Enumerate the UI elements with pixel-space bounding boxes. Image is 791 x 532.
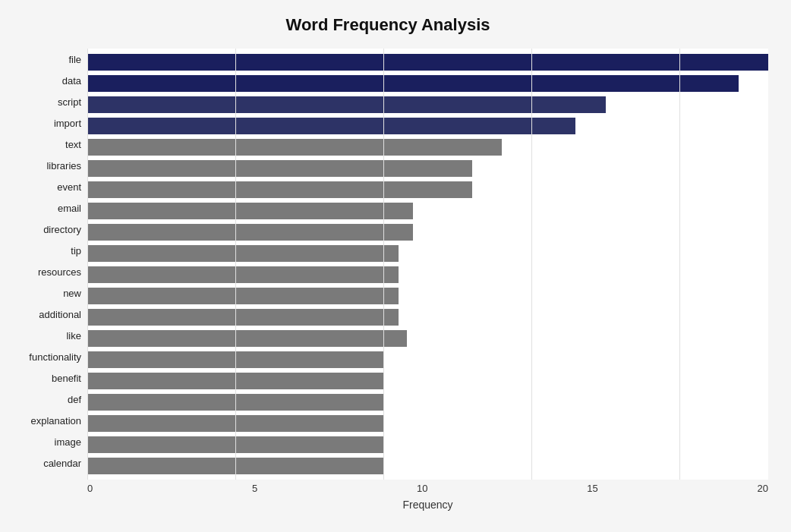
x-tick: 5: [252, 483, 257, 494]
bar-row: [87, 328, 768, 349]
y-label: file: [68, 49, 81, 70]
bar-row: [87, 222, 768, 243]
y-label: email: [58, 197, 81, 219]
bar-row: [87, 413, 768, 434]
bar-row: [87, 94, 768, 115]
x-tick: 20: [758, 483, 768, 494]
bar: [87, 75, 739, 92]
bars-and-x: 05101520 Frequency: [87, 49, 768, 474]
y-label: resources: [38, 261, 81, 282]
y-label: explanation: [31, 411, 82, 432]
bar-row: [87, 370, 768, 392]
bar-row: [87, 200, 768, 222]
bar-row: [87, 179, 768, 200]
bar-row: [87, 455, 768, 477]
x-tick: 0: [87, 483, 93, 494]
y-label: new: [63, 283, 81, 304]
y-label: like: [66, 326, 81, 347]
y-label: functionality: [29, 347, 81, 368]
bar-row: [87, 52, 768, 73]
y-label: image: [55, 432, 81, 453]
y-label: tip: [71, 240, 81, 261]
bar-row: [87, 307, 768, 328]
bar: [87, 330, 407, 347]
bar: [87, 458, 383, 474]
bar: [87, 373, 383, 389]
y-label: event: [57, 176, 81, 197]
y-label: benefit: [52, 368, 81, 389]
bar: [87, 351, 383, 368]
bar: [87, 309, 399, 326]
bar: [87, 203, 413, 219]
bar: [87, 245, 399, 262]
x-axis: 05101520 Frequency: [87, 483, 768, 511]
bar-row: [87, 434, 768, 455]
bar-row: [87, 115, 768, 137]
y-axis: filedatascriptimporttextlibrarieseventem…: [8, 49, 87, 474]
chart-title: Word Frequency Analysis: [8, 15, 768, 35]
bar-row: [87, 73, 768, 94]
bar-row: [87, 243, 768, 264]
y-label: directory: [43, 219, 81, 240]
y-label: text: [65, 134, 81, 155]
bar-row: [87, 285, 768, 307]
bar-row: [87, 158, 768, 179]
x-axis-label: Frequency: [87, 499, 768, 511]
y-label: import: [54, 112, 81, 134]
y-label: data: [62, 70, 81, 91]
bar: [87, 266, 399, 283]
bar: [87, 160, 472, 177]
bar: [87, 224, 413, 241]
y-label: additional: [39, 304, 81, 326]
y-label: def: [68, 389, 81, 411]
bar: [87, 288, 399, 304]
bar-row: [87, 264, 768, 285]
x-tick: 10: [417, 483, 427, 494]
bar-row: [87, 392, 768, 413]
bar: [87, 139, 502, 156]
y-label: calendar: [43, 453, 81, 474]
bar: [87, 181, 472, 198]
bar: [87, 118, 575, 134]
chart-container: Word Frequency Analysis filedatascriptim…: [0, 0, 791, 532]
bar-row: [87, 349, 768, 370]
bar: [87, 54, 768, 71]
bar: [87, 436, 383, 453]
bar: [87, 394, 383, 411]
bars-area: [87, 49, 768, 480]
x-tick: 15: [587, 483, 597, 494]
y-label: libraries: [46, 155, 81, 176]
y-label: script: [58, 91, 81, 112]
bar: [87, 415, 383, 432]
bar: [87, 96, 606, 113]
bar-row: [87, 137, 768, 158]
chart-area: filedatascriptimporttextlibrarieseventem…: [8, 49, 768, 474]
